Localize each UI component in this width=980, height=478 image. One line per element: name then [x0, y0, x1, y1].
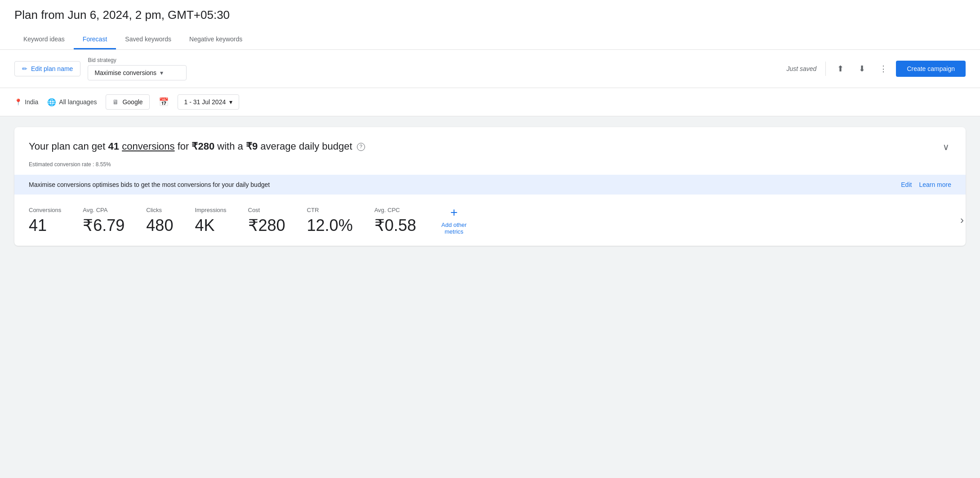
metric-avg-cpa-value: ₹6.79 — [83, 216, 125, 235]
summary-suffix: average daily budget — [260, 141, 352, 152]
info-banner-text: Maximise conversions optimises bids to g… — [29, 181, 270, 188]
tabs-nav: Keyword ideas Forecast Saved keywords Ne… — [14, 30, 966, 49]
summary-with-text: with a — [217, 141, 246, 152]
toolbar: ✏ Edit plan name Bid strategy Maximise c… — [0, 50, 980, 88]
location-filter: 📍 India — [14, 98, 38, 106]
summary-daily-budget: ₹9 — [246, 141, 258, 152]
add-metrics-label: Add other metrics — [441, 221, 467, 235]
summary-conversions-count: 41 — [108, 141, 119, 152]
metric-avg-cpc: Avg. CPC ₹0.58 — [374, 207, 416, 235]
pencil-icon: ✏ — [22, 65, 27, 72]
location-icon: 📍 — [14, 98, 22, 106]
metric-avg-cpc-value: ₹0.58 — [374, 216, 416, 235]
add-metrics-button[interactable]: + Add other metrics — [438, 205, 470, 235]
date-range-filter[interactable]: 1 - 31 Jul 2024 ▾ — [178, 94, 240, 110]
network-value: Google — [122, 98, 143, 106]
location-value: India — [25, 98, 38, 106]
tab-forecast[interactable]: Forecast — [74, 30, 116, 49]
metric-avg-cpa-label: Avg. CPA — [83, 207, 125, 213]
network-icon: 🖥 — [112, 98, 119, 106]
date-range-value: 1 - 31 Jul 2024 — [184, 98, 226, 106]
just-saved-text: Just saved — [786, 65, 816, 72]
metrics-row: Conversions 41 Avg. CPA ₹6.79 Clicks 480… — [14, 195, 966, 246]
network-filter[interactable]: 🖥 Google — [106, 94, 149, 110]
metric-conversions-label: Conversions — [29, 207, 61, 213]
language-filter: 🌐 All languages — [47, 98, 97, 106]
summary-cost: ₹280 — [192, 141, 214, 152]
bid-strategy-value: Maximise conversions — [94, 69, 156, 76]
download-button[interactable]: ⬇ — [853, 60, 871, 78]
language-icon: 🌐 — [47, 98, 56, 106]
metric-cost-value: ₹280 — [248, 216, 285, 235]
plan-summary-title: Your plan can get 41 conversions for ₹28… — [29, 140, 365, 154]
metric-clicks-value: 480 — [146, 216, 173, 235]
summary-conversions-label: conversions — [122, 141, 174, 152]
metric-ctr-value: 12.0% — [307, 216, 353, 235]
language-value: All languages — [59, 98, 97, 106]
metric-ctr: CTR 12.0% — [307, 207, 353, 235]
chevron-right-icon: › — [960, 214, 964, 226]
summary-for-text: for — [178, 141, 192, 152]
metric-impressions-label: Impressions — [195, 207, 226, 213]
tab-negative-keywords[interactable]: Negative keywords — [180, 30, 251, 49]
create-campaign-button[interactable]: Create campaign — [896, 61, 966, 77]
edit-link[interactable]: Edit — [901, 181, 912, 188]
help-icon[interactable]: ? — [357, 143, 365, 151]
bid-strategy-label: Bid strategy — [88, 57, 187, 63]
chevron-down-icon: ∨ — [943, 142, 949, 152]
more-options-button[interactable]: ⋮ — [874, 60, 892, 78]
plan-title: Plan from Jun 6, 2024, 2 pm, GMT+05:30 — [14, 8, 966, 22]
download-icon: ⬇ — [859, 64, 865, 74]
tab-keyword-ideas[interactable]: Keyword ideas — [14, 30, 74, 49]
summary-prefix: Your plan can get — [29, 141, 105, 152]
plan-summary-header: Your plan can get 41 conversions for ₹28… — [14, 127, 966, 161]
more-icon: ⋮ — [879, 64, 887, 74]
metric-avg-cpa: Avg. CPA ₹6.79 — [83, 207, 125, 235]
share-icon: ⬆ — [837, 64, 844, 74]
plan-summary-card: Your plan can get 41 conversions for ₹28… — [14, 127, 966, 246]
edit-plan-button[interactable]: ✏ Edit plan name — [14, 61, 80, 76]
edit-plan-label: Edit plan name — [31, 65, 73, 72]
main-content: Your plan can get 41 conversions for ₹28… — [0, 116, 980, 257]
metric-ctr-label: CTR — [307, 207, 353, 213]
share-button[interactable]: ⬆ — [831, 60, 849, 78]
metrics-section: Conversions 41 Avg. CPA ₹6.79 Clicks 480… — [14, 195, 485, 246]
metric-clicks-label: Clicks — [146, 207, 173, 213]
learn-more-link[interactable]: Learn more — [919, 181, 951, 188]
info-banner: Maximise conversions optimises bids to g… — [14, 175, 966, 195]
calendar-icon: 📅 — [159, 97, 169, 107]
add-metrics-plus-icon: + — [450, 205, 458, 220]
chevron-down-icon: ▾ — [160, 69, 163, 76]
metric-conversions-value: 41 — [29, 216, 61, 235]
metric-conversions: Conversions 41 — [29, 207, 61, 235]
toolbar-divider — [825, 62, 826, 76]
metric-clicks: Clicks 480 — [146, 207, 173, 235]
metric-impressions: Impressions 4K — [195, 207, 226, 235]
collapse-button[interactable]: ∨ — [941, 140, 951, 154]
conversion-rate-text: Estimated conversion rate : 8.55% — [14, 161, 966, 175]
plan-summary-text: Your plan can get 41 conversions for ₹28… — [29, 140, 365, 154]
filter-section: 📍 India 🌐 All languages 🖥 Google 📅 1 - 3… — [0, 88, 980, 116]
tab-saved-keywords[interactable]: Saved keywords — [116, 30, 180, 49]
info-banner-actions: Edit Learn more — [901, 181, 951, 188]
metric-cost: Cost ₹280 — [248, 207, 285, 235]
metric-avg-cpc-label: Avg. CPC — [374, 207, 416, 213]
bid-strategy-group: Bid strategy Maximise conversions ▾ — [88, 57, 187, 80]
metric-cost-label: Cost — [248, 207, 285, 213]
toolbar-actions: ⬆ ⬇ ⋮ Create campaign — [824, 60, 966, 78]
metric-impressions-value: 4K — [195, 216, 226, 235]
date-chevron-icon: ▾ — [229, 98, 232, 106]
metrics-next-button[interactable]: › — [958, 212, 966, 228]
bid-strategy-select[interactable]: Maximise conversions ▾ — [88, 65, 187, 80]
